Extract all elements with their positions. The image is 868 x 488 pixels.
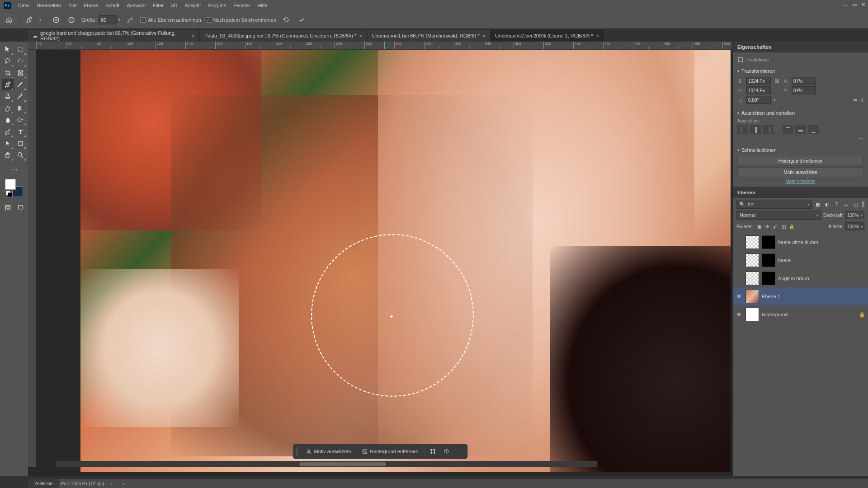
lock-all-icon[interactable]: 🔒 [788, 223, 795, 230]
doc-info-chevron-icon[interactable]: › [110, 481, 112, 486]
lock-artboard-icon[interactable]: ◫ [780, 223, 787, 230]
lock-pixels-icon[interactable]: ▦ [755, 223, 763, 230]
quick-actions-header[interactable]: ▾Schnellaktionen [737, 145, 863, 155]
path-select-tool[interactable] [2, 137, 14, 149]
shape-tool[interactable] [14, 137, 26, 149]
filter-toggle-icon[interactable] [862, 201, 864, 207]
lock-paint-icon[interactable]: 🖌 [772, 223, 779, 230]
artboard-tool[interactable] [14, 43, 26, 55]
timeline-tab[interactable]: Zeitleiste [28, 479, 59, 488]
quick-mask-icon[interactable] [2, 202, 14, 213]
remove-bg-action-button[interactable]: Hintergrund entfernen [737, 156, 863, 166]
drag-handle-icon[interactable] [296, 447, 298, 456]
visibility-toggle[interactable]: 👁 [736, 311, 743, 318]
y-input[interactable] [792, 86, 816, 94]
fill-input[interactable]: 100%▾ [845, 222, 864, 230]
opacity-input[interactable]: 100%▾ [845, 211, 864, 219]
lock-icon[interactable]: 🔒 [859, 312, 865, 318]
align-bottom-icon[interactable]: ▁ [808, 125, 819, 134]
screen-mode-icon[interactable] [14, 202, 26, 213]
transform-icon[interactable] [427, 446, 439, 457]
blend-mode-dropdown[interactable]: Normal▾ [736, 211, 821, 220]
zoom-tool[interactable] [14, 149, 26, 161]
color-swatches[interactable] [5, 179, 23, 197]
size-dropdown-icon[interactable]: ▾ [118, 18, 120, 22]
align-more-icon[interactable]: ⋯ [859, 136, 863, 141]
layer-mask-thumbnail[interactable] [762, 272, 775, 285]
tool-preset-dropdown[interactable]: ▾ [39, 18, 41, 22]
flip-v-icon[interactable]: ⇵ [860, 98, 863, 103]
angle-dropdown-icon[interactable]: ▾ [774, 98, 775, 102]
crop-tool[interactable] [2, 67, 14, 79]
menu-bild[interactable]: Bild [65, 2, 80, 9]
layer-thumbnail[interactable] [745, 253, 759, 267]
layer-row[interactable]: haare [733, 251, 868, 269]
align-right-icon[interactable]: ▕ [763, 125, 774, 134]
layer-thumbnail[interactable] [745, 272, 759, 285]
move-tool[interactable] [2, 43, 14, 55]
minimize-icon[interactable]: — [843, 2, 848, 8]
menu-fenster[interactable]: Fenster [230, 2, 254, 9]
angle-input[interactable] [746, 96, 771, 104]
show-more-link[interactable]: Mehr anzeigen [737, 179, 863, 184]
menu-bearbeiten[interactable]: Bearbeiten [33, 2, 65, 9]
default-colors-icon[interactable] [6, 191, 11, 196]
eraser-tool[interactable] [2, 102, 14, 114]
lock-position-icon[interactable]: ✜ [764, 223, 771, 230]
history-brush-tool[interactable] [14, 90, 26, 102]
align-section-header[interactable]: ▾Ausrichten und verteilen [737, 108, 863, 117]
menu-auswahl[interactable]: Auswahl [123, 2, 149, 9]
brush-tool[interactable] [14, 79, 26, 90]
filter-smart-icon[interactable]: ◫ [852, 200, 860, 208]
lasso-tool[interactable] [2, 55, 14, 67]
hand-tool[interactable] [2, 149, 14, 161]
tab-close-icon[interactable]: × [191, 33, 195, 39]
layer-mask-thumbnail[interactable] [762, 235, 775, 249]
select-subject-action-button[interactable]: Motiv auswählen [737, 167, 863, 177]
visibility-toggle[interactable]: 👁 [736, 293, 743, 300]
width-input[interactable] [746, 77, 771, 85]
properties-icon[interactable] [440, 446, 452, 457]
tab-close-icon[interactable]: × [596, 33, 599, 39]
layer-row[interactable]: Auge in braun [733, 269, 868, 287]
frame-tool[interactable] [14, 67, 26, 79]
horizontal-scrollbar[interactable] [56, 461, 597, 467]
subtract-mode-icon[interactable] [66, 14, 77, 25]
menu-ansicht[interactable]: Ansicht [181, 2, 204, 9]
menu-hilfe[interactable]: Hilfe [254, 2, 271, 9]
add-mode-icon[interactable] [51, 14, 61, 25]
menu-3d[interactable]: 3D [167, 2, 181, 9]
layer-name[interactable]: haare ohne bluten [778, 239, 865, 245]
healing-tool[interactable] [2, 79, 14, 90]
tab-close-icon[interactable]: × [482, 33, 486, 39]
stamp-tool[interactable] [2, 90, 14, 102]
document-tab[interactable]: Pasta_03_4000px.jpeg bei 16,7% (Generati… [200, 30, 368, 42]
height-input[interactable] [746, 86, 771, 94]
document-tab[interactable]: ☁google bard und chatgpt.psdc bei 66,7% … [28, 30, 200, 42]
menu-plug-ins[interactable]: Plug-ins [204, 2, 230, 9]
menu-datei[interactable]: Datei [14, 2, 33, 9]
pen-tool[interactable] [2, 126, 14, 137]
filter-pixel-icon[interactable]: ▦ [814, 200, 822, 208]
blur-tool[interactable] [2, 114, 14, 126]
size-input[interactable] [99, 15, 117, 24]
layer-row[interactable]: 👁Hintergrund🔒 [733, 305, 868, 324]
more-tools-icon[interactable]: ⋯ [8, 164, 20, 175]
link-wh-icon[interactable]: ⛓ [774, 78, 780, 84]
layer-mask-thumbnail[interactable] [762, 253, 775, 267]
remove-after-stroke-checkbox[interactable]: ✓ Nach jedem Strich entfernen [206, 17, 276, 23]
align-center-v-icon[interactable]: ▬ [795, 125, 806, 134]
tab-close-icon[interactable]: × [359, 33, 363, 39]
quick-select-tool[interactable] [14, 55, 26, 67]
dodge-tool[interactable] [14, 114, 26, 126]
commit-icon[interactable] [296, 14, 307, 25]
visibility-toggle[interactable] [736, 257, 743, 264]
foreground-color[interactable] [5, 179, 16, 190]
layer-row[interactable]: 👁Ebene 1 [733, 287, 868, 305]
maximize-icon[interactable]: ▭ [852, 2, 857, 8]
menu-ebene[interactable]: Ebene [80, 2, 102, 9]
layer-thumbnail[interactable] [745, 235, 759, 249]
remove-background-button[interactable]: Hintergrund entfernen [357, 446, 423, 457]
type-tool[interactable] [14, 126, 26, 137]
gradient-tool[interactable] [14, 102, 26, 114]
